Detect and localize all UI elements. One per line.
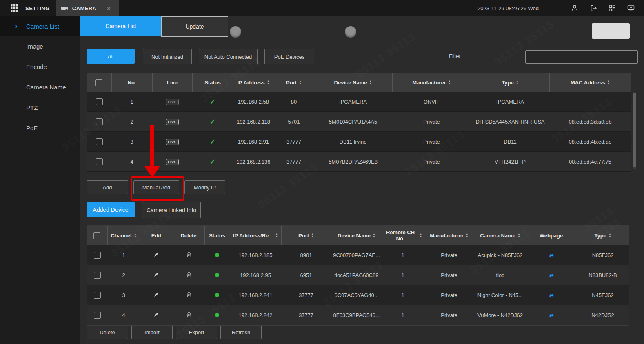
scrollbar-thumb[interactable] bbox=[633, 93, 636, 167]
refresh-button[interactable]: Refresh bbox=[220, 326, 262, 339]
discovered-row[interactable]: 3LIVE✔192.168.2.9137777DB11 IrvinePrivat… bbox=[87, 132, 631, 152]
sidebar-item-encode[interactable]: Encode bbox=[0, 56, 80, 77]
filter-not-auto-connected-button[interactable]: Not Auto Connected bbox=[199, 49, 258, 64]
toggle-knob-partial[interactable] bbox=[230, 26, 241, 38]
sidebar-item-camera-list[interactable]: ›Camera List bbox=[0, 16, 80, 36]
discovered-row[interactable]: 2LIVE✔192.168.2.11857015M0104CPAJ1A4A5Pr… bbox=[87, 112, 631, 132]
sort-icon[interactable]: ▲▼ bbox=[299, 80, 302, 85]
delete-button[interactable]: Delete bbox=[87, 326, 128, 339]
column-header-device-name[interactable]: Device Name▲▼ bbox=[314, 73, 392, 92]
sidebar-item-ptz[interactable]: PTZ bbox=[0, 97, 80, 118]
edit-icon[interactable] bbox=[153, 291, 160, 297]
webpage-icon[interactable]: e bbox=[549, 311, 553, 319]
display-icon[interactable] bbox=[627, 4, 635, 12]
row-checkbox[interactable] bbox=[96, 98, 103, 105]
select-all-checkbox[interactable] bbox=[93, 232, 100, 239]
column-header-type[interactable]: Type▲▼ bbox=[577, 226, 629, 245]
column-header-port[interactable]: Port▲▼ bbox=[281, 226, 331, 245]
user-icon[interactable] bbox=[571, 4, 579, 12]
table-scrollbar[interactable] bbox=[633, 92, 636, 169]
sort-icon[interactable]: ▲▼ bbox=[134, 233, 137, 238]
column-header-live[interactable]: Live bbox=[152, 73, 192, 92]
delete-icon[interactable] bbox=[186, 291, 192, 298]
sort-icon[interactable]: ▲▼ bbox=[607, 80, 610, 85]
column-header-camera-name[interactable]: Camera Name▲▼ bbox=[475, 226, 526, 245]
sort-icon[interactable]: ▲▼ bbox=[448, 80, 451, 85]
import-button[interactable]: Import bbox=[131, 326, 173, 339]
column-header-status[interactable]: Status bbox=[204, 226, 230, 245]
sort-icon[interactable]: ▲▼ bbox=[517, 233, 520, 238]
column-header-type[interactable]: Type▲▼ bbox=[471, 73, 549, 92]
column-header-delete[interactable]: Delete bbox=[173, 226, 204, 245]
row-checkbox[interactable] bbox=[94, 272, 101, 279]
sort-icon[interactable]: ▲▼ bbox=[466, 233, 469, 238]
logout-icon[interactable] bbox=[589, 4, 597, 12]
select-all-checkbox[interactable] bbox=[95, 79, 102, 86]
delete-icon[interactable] bbox=[186, 251, 192, 258]
partial-button[interactable] bbox=[592, 23, 630, 39]
webpage-icon[interactable]: e bbox=[549, 291, 553, 299]
column-header-remote-ch-no-[interactable]: Remote CH No.▲▼ bbox=[382, 226, 424, 245]
tab-camera-linked-info[interactable]: Camera Linked Info bbox=[142, 202, 201, 218]
column-header-channel[interactable]: Channel▲▼ bbox=[107, 226, 140, 245]
added-device-row[interactable]: 4192.168.2.242377778F03C9BPAG546...1Priv… bbox=[87, 305, 629, 325]
column-header-mac-address[interactable]: MAC Address▲▼ bbox=[549, 73, 631, 92]
apps-grid-icon[interactable] bbox=[11, 4, 18, 12]
column-header-status[interactable]: Status bbox=[192, 73, 233, 92]
add-button[interactable]: Add bbox=[87, 180, 128, 194]
row-checkbox[interactable] bbox=[94, 292, 101, 299]
delete-icon[interactable] bbox=[186, 271, 192, 278]
delete-icon[interactable] bbox=[186, 311, 192, 318]
added-device-row[interactable]: 3192.168.2.241377776C07AC5YAG40...1Priva… bbox=[87, 285, 629, 305]
select-all-cell[interactable] bbox=[87, 73, 111, 92]
tab-added-device[interactable]: Added Device bbox=[87, 202, 135, 217]
column-header-device-name[interactable]: Device Name▲▼ bbox=[331, 226, 382, 245]
edit-icon[interactable] bbox=[153, 251, 160, 257]
modify-ip-button[interactable]: Modify IP bbox=[184, 180, 225, 194]
close-icon[interactable]: × bbox=[107, 5, 111, 11]
sort-icon[interactable]: ▲▼ bbox=[311, 233, 314, 238]
row-checkbox[interactable] bbox=[96, 118, 103, 125]
sort-icon[interactable]: ▲▼ bbox=[420, 233, 422, 238]
added-device-row[interactable]: 1192.168.2.18589019C00700PAG7AE...1Priva… bbox=[87, 245, 629, 265]
row-checkbox[interactable] bbox=[94, 312, 101, 319]
select-all-cell[interactable] bbox=[87, 226, 107, 245]
live-badge[interactable]: LIVE bbox=[166, 139, 179, 145]
sidebar-item-image[interactable]: Image bbox=[0, 36, 80, 56]
column-header-port[interactable]: Port▲▼ bbox=[274, 73, 314, 92]
filter-poe-devices-button[interactable]: PoE Devices bbox=[264, 49, 314, 64]
live-badge[interactable]: LIVE bbox=[166, 119, 179, 125]
column-header-ip-address-re-[interactable]: IP Address/Re...▲▼ bbox=[230, 226, 281, 245]
sort-icon[interactable]: ▲▼ bbox=[275, 233, 278, 238]
row-checkbox[interactable] bbox=[96, 138, 103, 145]
tab-camera-list[interactable]: Camera List bbox=[80, 16, 161, 36]
edit-icon[interactable] bbox=[153, 271, 160, 277]
edit-icon[interactable] bbox=[153, 311, 160, 317]
multi-screen-icon[interactable] bbox=[608, 4, 616, 12]
column-header-manufacturer[interactable]: Manufacturer▲▼ bbox=[392, 73, 471, 92]
column-header-manufacturer[interactable]: Manufacturer▲▼ bbox=[424, 226, 475, 245]
column-header-edit[interactable]: Edit bbox=[140, 226, 173, 245]
webpage-icon[interactable]: e bbox=[549, 271, 553, 279]
sort-icon[interactable]: ▲▼ bbox=[608, 233, 611, 238]
discovered-row[interactable]: 1LIVE✔192.168.2.5880IPCAMERAONVIFIPCAMER… bbox=[87, 92, 631, 112]
sort-icon[interactable]: ▲▼ bbox=[267, 80, 270, 85]
row-checkbox[interactable] bbox=[96, 158, 103, 165]
filter-all-button[interactable]: All bbox=[87, 49, 135, 64]
column-header-no-[interactable]: No. bbox=[111, 73, 152, 92]
camera-window-tab[interactable]: CAMERA × bbox=[56, 0, 119, 16]
sidebar-item-camera-name[interactable]: Camera Name bbox=[0, 77, 80, 97]
webpage-icon[interactable]: e bbox=[549, 251, 553, 259]
added-device-row[interactable]: 2192.168.2.956951tiocA51PAG60C891Private… bbox=[87, 265, 629, 285]
column-header-ip-address[interactable]: IP Address▲▼ bbox=[233, 73, 274, 92]
sort-icon[interactable]: ▲▼ bbox=[516, 80, 519, 85]
sidebar-item-poe[interactable]: PoE bbox=[0, 118, 80, 138]
tab-update[interactable]: Update bbox=[161, 16, 228, 37]
live-badge[interactable]: LIVE bbox=[166, 159, 179, 165]
manual-add-button[interactable]: Manual Add bbox=[133, 180, 179, 194]
discovered-row[interactable]: 4LIVE✔192.168.2.136377775M07B2DPAZ469E8P… bbox=[87, 152, 631, 172]
row-checkbox[interactable] bbox=[94, 252, 101, 259]
live-badge[interactable]: LIVE bbox=[166, 99, 179, 105]
filter-input[interactable] bbox=[525, 50, 638, 64]
column-header-webpage[interactable]: Webpage bbox=[526, 226, 577, 245]
